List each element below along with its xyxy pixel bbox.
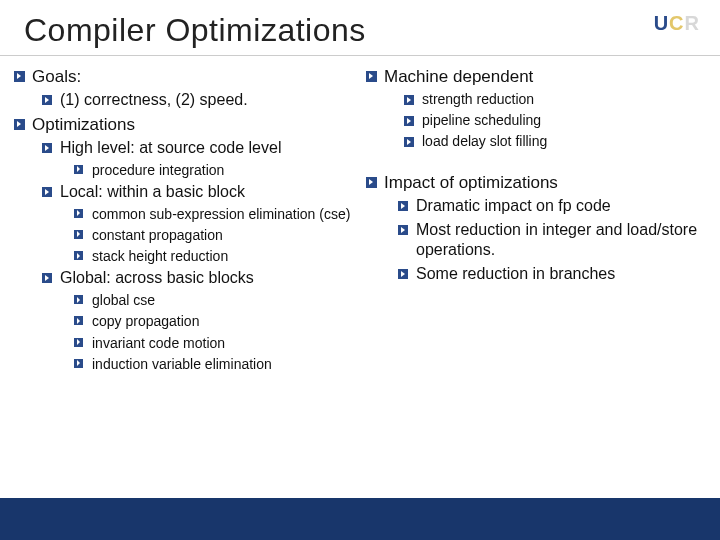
chevron-right-icon [42,273,52,283]
chevron-right-icon [14,71,25,82]
impact-list: Impact of optimizations Dramatic impact … [366,172,706,285]
list-item: induction variable elimination [74,355,354,373]
global-item-3: induction variable elimination [92,356,272,372]
columns: Goals: (1) correctness, (2) speed. Optim… [0,62,720,376]
local-label: Local: within a basic block [60,183,245,200]
chevron-right-icon [42,95,52,105]
local-sublist: common sub-expression elimination (cse) … [74,205,354,266]
optimizations-item: Optimizations High level: at source code… [14,114,354,373]
global-item-1: copy propagation [92,313,199,329]
chevron-right-icon [366,71,377,82]
list-item: global cse [74,291,354,309]
impact-item-0: Dramatic impact on fp code [416,197,611,214]
list-item: pipeline scheduling [404,111,706,129]
page-title: Compiler Optimizations [0,0,720,55]
optimizations-label: Optimizations [32,115,135,134]
chevron-right-icon [404,95,414,105]
chevron-right-icon [404,137,414,147]
list-item: common sub-expression elimination (cse) [74,205,354,223]
list-item: Most reduction in integer and load/store… [398,220,706,262]
machine-dependent-label: Machine dependent [384,67,533,86]
impact-item: Impact of optimizations Dramatic impact … [366,172,706,285]
chevron-right-icon [74,295,83,304]
list-item: Some reduction in branches [398,264,706,285]
chevron-right-icon [398,269,408,279]
impact-label: Impact of optimizations [384,173,558,192]
goals-label: Goals: [32,67,81,86]
chevron-right-icon [74,251,83,260]
machine-item-0: strength reduction [422,91,534,107]
chevron-right-icon [398,225,408,235]
local-item: Local: within a basic block common sub-e… [42,182,354,265]
global-item-2: invariant code motion [92,335,225,351]
chevron-right-icon [398,201,408,211]
chevron-right-icon [404,116,414,126]
list-item: procedure integration [74,161,354,179]
list-item: Dramatic impact on fp code [398,196,706,217]
global-item: Global: across basic blocks global cse c… [42,268,354,373]
impact-item-1: Most reduction in integer and load/store… [416,221,697,259]
title-rule [0,55,720,56]
chevron-right-icon [74,316,83,325]
local-item-1: constant propagation [92,227,223,243]
global-sublist: global cse copy propagation invariant co… [74,291,354,373]
machine-item-2: load delay slot filling [422,133,547,149]
global-label: Global: across basic blocks [60,269,254,286]
right-list: Machine dependent strength reduction pip… [366,66,706,151]
impact-sublist: Dramatic impact on fp code Most reductio… [398,196,706,285]
goals-item-0: (1) correctness, (2) speed. [60,91,248,108]
left-column: Goals: (1) correctness, (2) speed. Optim… [14,66,354,376]
goals-item: Goals: (1) correctness, (2) speed. [14,66,354,111]
list-item: stack height reduction [74,247,354,265]
spacer [366,154,706,172]
footer-bar [0,498,720,540]
left-list: Goals: (1) correctness, (2) speed. Optim… [14,66,354,373]
chevron-right-icon [14,119,25,130]
high-level-label: High level: at source code level [60,139,281,156]
logo-letter-r: R [685,12,700,34]
logo-letter-u: U [654,12,669,34]
chevron-right-icon [366,177,377,188]
global-item-0: global cse [92,292,155,308]
high-level-sublist: procedure integration [74,161,354,179]
list-item: constant propagation [74,226,354,244]
high-item-0: procedure integration [92,162,224,178]
local-item-2: stack height reduction [92,248,228,264]
impact-item-2: Some reduction in branches [416,265,615,282]
list-item: load delay slot filling [404,132,706,150]
slide: Compiler Optimizations UCR Goals: (1) co… [0,0,720,540]
list-item: invariant code motion [74,334,354,352]
logo-ucr: UCR [654,12,700,35]
chevron-right-icon [74,230,83,239]
machine-dependent-sublist: strength reduction pipeline scheduling l… [404,90,706,151]
chevron-right-icon [42,143,52,153]
machine-item-1: pipeline scheduling [422,112,541,128]
optimizations-sublist: High level: at source code level procedu… [42,138,354,373]
list-item: copy propagation [74,312,354,330]
chevron-right-icon [74,338,83,347]
goals-sublist: (1) correctness, (2) speed. [42,90,354,111]
list-item: (1) correctness, (2) speed. [42,90,354,111]
local-item-0: common sub-expression elimination (cse) [92,206,350,222]
chevron-right-icon [42,187,52,197]
high-level-item: High level: at source code level procedu… [42,138,354,179]
chevron-right-icon [74,209,83,218]
logo-letter-c: C [669,12,684,34]
machine-dependent-item: Machine dependent strength reduction pip… [366,66,706,151]
list-item: strength reduction [404,90,706,108]
chevron-right-icon [74,359,83,368]
chevron-right-icon [74,165,83,174]
right-column: Machine dependent strength reduction pip… [366,66,706,376]
